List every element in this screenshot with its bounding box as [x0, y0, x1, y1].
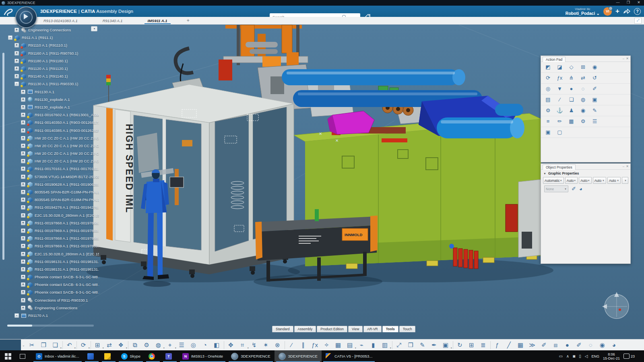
- tree-item[interactable]: + R91160 A.1 (R911-R90760.1): [6, 49, 99, 57]
- tree-item[interactable]: + R91180 A.1 (R91180.1): [6, 57, 99, 65]
- tree-expander[interactable]: +: [14, 28, 19, 32]
- grid-icon[interactable]: ⊞: [466, 340, 477, 350]
- design-table-icon[interactable]: ▤: [344, 340, 356, 350]
- painter-icon[interactable]: ✐: [572, 186, 576, 192]
- eraser2-icon[interactable]: ◌: [585, 340, 597, 350]
- shading-icon[interactable]: ●: [566, 84, 577, 94]
- tree-item[interactable]: + R911-00190628 A.1 (R911-00190628.1): [6, 181, 99, 188]
- toolbar-overflow-chevron[interactable]: ⌄: [21, 343, 26, 347]
- panel-icon[interactable]: ▥: [379, 340, 391, 350]
- tree-item[interactable]: + R91130 A.1: [6, 88, 99, 96]
- tree-item[interactable]: + R91130_explode A.1: [6, 103, 99, 111]
- notification-center[interactable]: 23: [623, 354, 635, 359]
- tree-expander[interactable]: +: [21, 182, 25, 187]
- tree-item[interactable]: + R91110 A.1 (R91110.1): [6, 41, 99, 49]
- tree-expander[interactable]: +: [21, 213, 25, 218]
- hidden-icons-chevron[interactable]: ∧: [566, 354, 569, 358]
- tree-expander[interactable]: +: [21, 105, 25, 109]
- tree-expander[interactable]: +: [14, 43, 19, 47]
- lock-icon[interactable]: ▣: [542, 128, 554, 137]
- tree-item[interactable]: + Phoenix contact SACB- 6-3-L-SC-M8 A.1 …: [6, 288, 99, 296]
- graphic-property-select[interactable]: ▼: [622, 177, 628, 184]
- tree-expander[interactable]: +: [21, 282, 25, 287]
- panel-minimize-icon[interactable]: –: [623, 164, 624, 169]
- manikin-icon[interactable]: ♟: [566, 106, 577, 115]
- tree-expander[interactable]: +: [21, 136, 25, 140]
- new-tab-button[interactable]: +: [187, 18, 190, 24]
- 3dexperience-app-active[interactable]: 3DEXPERIENCE: [275, 350, 322, 362]
- tree-expander[interactable]: +: [21, 190, 25, 194]
- more-chevron-icon[interactable]: ≫: [526, 340, 538, 350]
- material-sphere-icon[interactable]: ◔: [199, 340, 211, 350]
- tree-item[interactable]: + R911-00198131 A.1 (R911-00198131.2): [6, 265, 99, 273]
- tree-item[interactable]: + R911-00167602 A.1 (RB613001_ASM.1): [6, 111, 99, 119]
- catia-v5-app[interactable]: CATIA V5 - [PR0053...: [322, 350, 376, 362]
- tree-expander[interactable]: +: [21, 228, 25, 233]
- tree-item[interactable]: - R911 A.1 (R911.1): [6, 34, 99, 41]
- document-tab[interactable]: R913-00241083 A.1: [40, 18, 81, 24]
- list-edit-icon[interactable]: ☰: [176, 340, 188, 350]
- tree-expander[interactable]: +: [14, 74, 19, 78]
- tree-item[interactable]: + 8035545 SPAN-B2R-G18M-PN-PN-L1_AS: [6, 188, 99, 196]
- sketch-icon[interactable]: ✎: [589, 106, 601, 115]
- tree-expander[interactable]: +: [14, 51, 19, 56]
- render-style-select[interactable]: None▼: [544, 185, 568, 192]
- tree-item[interactable]: + 8035545 SPAN-B2R-G18M-PN-PN-L1_AS: [6, 196, 99, 204]
- camera-icon[interactable]: ◉: [577, 106, 589, 115]
- tree-expander[interactable]: +: [21, 236, 25, 241]
- dropper-icon[interactable]: ✐: [573, 340, 585, 350]
- measure-between-icon[interactable]: ∥: [297, 340, 309, 350]
- ink-bottle-icon[interactable]: ✒: [428, 340, 440, 350]
- graphic-properties-section[interactable]: ▼ Graphic Properties: [541, 170, 630, 177]
- object-properties-titlebar[interactable]: Object Properties – ✕: [541, 164, 630, 170]
- workbench-tab[interactable]: View: [348, 326, 363, 332]
- cube-stack-icon[interactable]: ⧈: [550, 340, 561, 350]
- zoom-search-icon[interactable]: ◎: [188, 340, 199, 350]
- sticky-notes-app[interactable]: [100, 350, 117, 362]
- teams-app[interactable]: [161, 350, 178, 362]
- pen2-icon[interactable]: ✐: [538, 340, 550, 350]
- tree-item[interactable]: + R911-00197868 A.1 (R911-00197868.1): [6, 219, 99, 227]
- tree-vertical-scrollbar[interactable]: [2, 53, 4, 260]
- undo-icon[interactable]: ↶: [64, 340, 75, 350]
- 3dexperience-app[interactable]: 3DEXPERIENCE: [227, 350, 274, 362]
- tree-item[interactable]: + Connections of R911-R90330.1: [6, 296, 99, 304]
- tree-item[interactable]: + HW 20 CC Z0 C A.1 (HW 20 CC Z0 C.1): [6, 134, 99, 142]
- tree-expander[interactable]: +: [21, 90, 25, 94]
- smart-move-icon[interactable]: ↯: [248, 340, 260, 350]
- tree-item[interactable]: + R911-00197868 A.1 (R911-00197868.2): [6, 234, 99, 242]
- graphic-property-select[interactable]: Auto▼: [565, 177, 578, 184]
- insert-rotate-icon[interactable]: ◉: [589, 62, 601, 72]
- sphere-add-icon[interactable]: ◉: [597, 340, 608, 350]
- tree-expander[interactable]: +: [14, 66, 19, 71]
- edit-component-icon[interactable]: ✏: [554, 117, 566, 126]
- update-icon[interactable]: ⟳: [78, 340, 89, 350]
- assemble-icon[interactable]: ▦: [566, 117, 577, 126]
- view-compass[interactable]: [602, 292, 629, 319]
- tree-expander[interactable]: +: [21, 151, 25, 156]
- panel-minimize-icon[interactable]: –: [623, 56, 624, 61]
- clash-icon[interactable]: ⊗: [272, 340, 283, 350]
- tree-expander[interactable]: +: [21, 267, 25, 272]
- tree-item[interactable]: + R911-00197869 A.1 (R911-00197869.2): [6, 242, 99, 250]
- graphic-property-select[interactable]: Auto▼: [579, 177, 591, 184]
- new-window-icon[interactable]: ❒: [405, 340, 417, 350]
- tree-expander[interactable]: +: [21, 197, 25, 202]
- explode-view-icon[interactable]: ✶: [260, 340, 272, 350]
- tree-item[interactable]: + R911-00140385 A.1 (R903-00126282): [6, 126, 99, 134]
- fx2-icon[interactable]: ƒ: [491, 340, 503, 350]
- fullscreen-toggle-icon[interactable]: ⤢: [634, 18, 642, 24]
- tree-item[interactable]: + HW 20 CC Z0 C A.1 (HW 20 CC Z0 C.4): [6, 157, 99, 165]
- tree-item[interactable]: + Phoenix contact SACB- 6-3-L-SC-M8 A.1 …: [6, 273, 99, 281]
- clock[interactable]: 8:06 15-Dec-21: [603, 352, 620, 360]
- tree-item[interactable]: + E2C.15.30.028.0_280mm A.1 (E2C.15.30.0: [6, 250, 99, 257]
- list-panel-icon[interactable]: ≣: [477, 340, 489, 350]
- big-table-icon[interactable]: ▦: [515, 340, 526, 350]
- wand-icon[interactable]: ✧: [321, 340, 332, 350]
- formula-icon[interactable]: ƒx: [554, 73, 566, 83]
- tree-expander[interactable]: -: [14, 82, 19, 86]
- anchor-icon[interactable]: ⚓: [554, 106, 566, 115]
- refresh-icon[interactable]: ↻: [454, 340, 466, 350]
- language-indicator[interactable]: ENG: [591, 354, 599, 358]
- tree-expander[interactable]: +: [21, 159, 25, 163]
